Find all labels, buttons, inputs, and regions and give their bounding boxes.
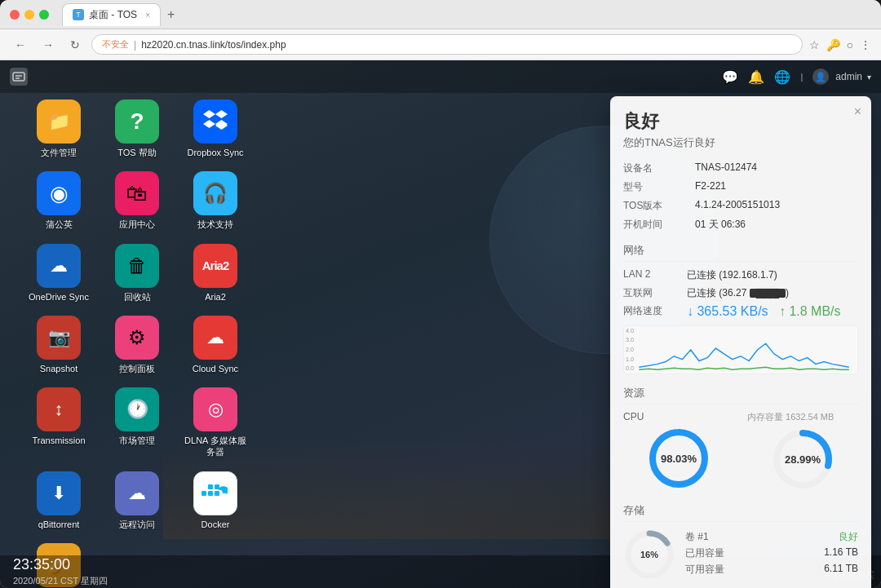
scheduler-icon-img: 🕐 [115, 387, 159, 431]
globe-icon[interactable]: 🌐 [774, 69, 790, 85]
snapshot-icon-img: 📷 [37, 316, 81, 360]
speed-up: ↑ 1.8 MB/s [779, 304, 841, 318]
control-panel-icon-label: 控制面板 [119, 363, 155, 374]
dropbox-icon-label: Dropbox Sync [187, 147, 243, 158]
icon-snapshot[interactable]: 📷 Snapshot [26, 316, 91, 374]
icon-dropbox[interactable]: Dropbox Sync [183, 99, 248, 158]
icon-dlna[interactable]: ◎ DLNA 多媒体服务器 [183, 387, 248, 458]
storage-avail-label: 可用容量 [685, 563, 724, 577]
cpu-label: CPU [623, 411, 644, 422]
speed-label: 网络速度 [623, 304, 680, 319]
icon-control-panel[interactable]: ⚙ 控制面板 [104, 316, 170, 374]
back-button[interactable]: ← [10, 35, 31, 55]
aria2-icon-img: Aria2 [193, 244, 237, 288]
cpu-item: CPU 98.03% [623, 411, 734, 491]
more-button[interactable]: ⋮ [860, 38, 871, 51]
svg-text:1.0: 1.0 [626, 356, 634, 362]
uptime-label: 开机时间 [623, 218, 688, 232]
address-bar[interactable]: 不安全 | hz2020.cn.tnas.link/tos/index.php [91, 34, 803, 55]
date: 2020/05/21 CST 星期四 [13, 575, 108, 587]
icon-tos-help[interactable]: ? TOS 帮助 [104, 99, 170, 158]
tab-close-button[interactable]: × [145, 11, 150, 20]
resource-title: 资源 [623, 386, 858, 405]
new-tab-button[interactable]: + [161, 7, 181, 22]
bookmark-button[interactable]: ☆ [809, 38, 820, 51]
browser-titlebar: T 桌面 - TOS × + [0, 0, 881, 29]
panel-close-button[interactable]: × [854, 104, 861, 119]
app-center-icon-label: 应用中心 [119, 219, 155, 230]
qbittorrent-icon-label: qBittorrent [38, 519, 80, 530]
traffic-lights [10, 10, 49, 20]
svg-rect-8 [201, 491, 206, 496]
device-info-section: 设备名 TNAS-012474 型号 F2-221 TOS版本 4.1.24-2… [623, 161, 858, 232]
icon-recycle[interactable]: 🗑 回收站 [104, 244, 170, 303]
model-value: F2-221 [695, 180, 858, 194]
network-section: 网络 LAN 2 已连接 (192.168.1.7) 互联网 已连接 (36.2… [623, 243, 858, 374]
tos-help-icon-img: ? [115, 99, 159, 144]
cloud-visit-icon-label: 远程访问 [119, 519, 155, 530]
close-button[interactable] [10, 10, 20, 20]
chat-icon[interactable]: 💬 [722, 69, 738, 85]
icon-files[interactable]: 📁 文件管理 [26, 99, 91, 158]
toolbar-icons: ☆ 🔑 ○ ⋮ [809, 38, 871, 51]
admin-menu[interactable]: 👤 admin ▾ [812, 69, 871, 85]
storage-avail-row: 可用容量 6.11 TB [685, 563, 858, 577]
svg-rect-12 [215, 484, 219, 489]
device-name-value: TNAS-012474 [695, 161, 858, 175]
forward-button[interactable]: → [38, 35, 59, 55]
onedrive-icon-img: ☁ [37, 244, 81, 288]
transmission-icon-img: ↕ [37, 387, 81, 431]
info-panel: × 良好 您的TNAS运行良好 设备名 TNAS-012474 型号 F2-22… [610, 96, 871, 588]
storage-used-label: 已用容量 [685, 546, 724, 560]
maximize-button[interactable] [39, 10, 49, 20]
device-info-grid: 设备名 TNAS-012474 型号 F2-221 TOS版本 4.1.24-2… [623, 161, 858, 232]
storage-status: 良好 [839, 530, 858, 544]
account-button[interactable]: ○ [847, 38, 853, 51]
tab-title: 桌面 - TOS [89, 8, 137, 22]
storage-title: 存储 [623, 503, 858, 522]
icon-aria2[interactable]: Aria2 Aria2 [183, 244, 248, 303]
svg-text:4.0: 4.0 [626, 328, 634, 334]
bell-icon[interactable]: 🔔 [748, 69, 764, 85]
dlna-icon-label: DLNA 多媒体服务器 [183, 435, 248, 458]
icon-qbittorrent[interactable]: ⬇ qBittorrent [26, 471, 91, 530]
icon-app-center[interactable]: 🛍 应用中心 [104, 171, 170, 230]
snapshot-icon-label: Snapshot [40, 363, 77, 374]
minimize-button[interactable] [24, 10, 34, 20]
app-center-icon-img: 🛍 [115, 171, 159, 215]
cpu-donut: 98.03% [646, 426, 711, 491]
password-button[interactable]: 🔑 [826, 38, 840, 51]
desktop: 💬 🔔 🌐 | 👤 admin ▾ 📁 文件管理 ? TOS 帮助 [0, 60, 881, 588]
svg-text:3.0: 3.0 [626, 338, 634, 343]
refresh-button[interactable]: ↻ [65, 35, 85, 55]
address-text: hz2020.cn.tnas.link/tos/index.php [141, 39, 286, 51]
dlna-icon-img: ◎ [193, 387, 237, 431]
storage-row: 16% 卷 #1 良好 已用容量 1.16 TB 可用容量 [623, 528, 858, 581]
memory-item: 内存容量 1632.54 MB 28.99% [747, 411, 858, 492]
svg-marker-3 [203, 110, 215, 118]
model-label: 型号 [623, 180, 688, 194]
storage-pct: 16% [623, 528, 675, 581]
icon-cloud-sync[interactable]: ☁ Cloud Sync [183, 316, 248, 374]
browser-window: T 桌面 - TOS × + ← → ↻ 不安全 | hz2020.cn.tna… [0, 0, 881, 588]
recycle-icon-label: 回收站 [124, 291, 151, 303]
icon-cloud-visit[interactable]: ☁ 远程访问 [104, 471, 170, 530]
icon-scheduler[interactable]: 🕐 市场管理 [104, 387, 170, 458]
tos-help-icon-label: TOS 帮助 [117, 147, 156, 158]
top-bar-right: 💬 🔔 🌐 | 👤 admin ▾ [722, 69, 871, 85]
icon-transmission[interactable]: ↕ Transmission [26, 387, 91, 458]
svg-text:0.0: 0.0 [626, 365, 634, 371]
transmission-icon-label: Transmission [33, 435, 86, 446]
icon-onedrive[interactable]: ☁ OneDrive Sync [26, 244, 91, 303]
icon-dandelion[interactable]: ◉ 蒲公英 [26, 171, 91, 230]
svg-text:2.0: 2.0 [626, 347, 634, 352]
mem-sublabel: 内存容量 1632.54 MB [747, 411, 834, 423]
active-tab[interactable]: T 桌面 - TOS × [62, 3, 161, 26]
ip-redacted: ████ [750, 289, 786, 298]
tos-logo[interactable] [10, 68, 28, 86]
icon-tech-support[interactable]: 🎧 技术支持 [183, 171, 248, 230]
lan2-value: 已连接 (192.168.1.7) [687, 268, 858, 282]
address-separator: | [134, 39, 136, 51]
icon-docker[interactable]: Docker [183, 471, 248, 530]
svg-rect-10 [215, 491, 219, 496]
